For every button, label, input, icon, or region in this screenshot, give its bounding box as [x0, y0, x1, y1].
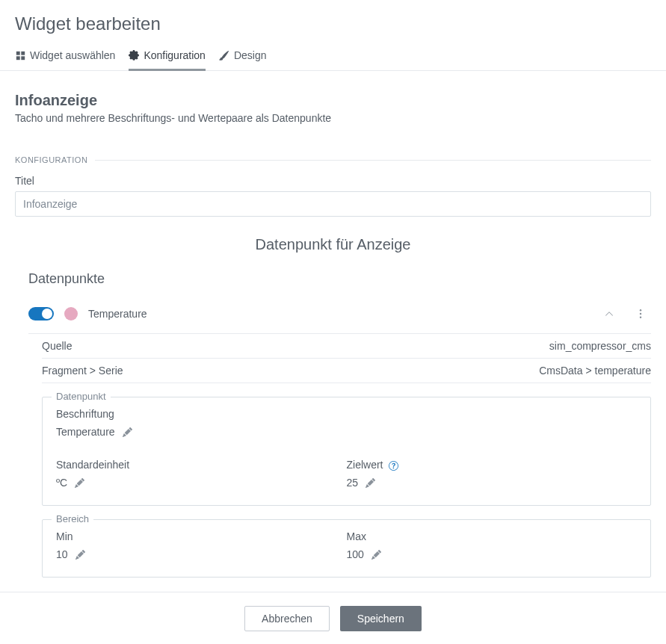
pencil-icon: [371, 550, 381, 560]
edit-unit-button[interactable]: [75, 478, 84, 488]
unit-label: Standardeinheit: [56, 459, 347, 471]
source-row: Quelle sim_compressor_cms: [42, 334, 651, 359]
svg-rect-2: [16, 56, 19, 60]
page-title: Widget bearbeiten: [0, 0, 666, 43]
edit-target-button[interactable]: [366, 478, 375, 488]
tabs: Widget auswählen Konfiguration Design: [0, 43, 666, 71]
source-label: Quelle: [42, 340, 72, 352]
tab-label: Design: [234, 49, 267, 61]
target-value: 25: [347, 477, 359, 489]
widget-description: Tacho und mehrere Beschriftungs- und Wer…: [15, 112, 651, 124]
max-value: 100: [347, 548, 364, 560]
title-field-label: Titel: [15, 175, 651, 187]
datapoint-toggle[interactable]: [28, 307, 54, 321]
svg-point-5: [640, 313, 641, 315]
svg-rect-0: [16, 51, 19, 55]
footer: Abbrechen Speichern: [0, 592, 666, 644]
datapoint-fieldset: Datenpunkt Beschriftung Temperature Stan…: [42, 397, 651, 506]
fragment-row: Fragment > Serie CmsData > temperature: [42, 359, 651, 383]
svg-rect-1: [21, 51, 25, 55]
info-icon[interactable]: [389, 461, 398, 471]
range-fieldset: Bereich Min 10 Max 1: [42, 519, 651, 578]
tab-design[interactable]: Design: [219, 43, 267, 71]
fragment-value: CmsData > temperature: [539, 365, 651, 377]
min-label: Min: [56, 530, 347, 542]
more-options-button[interactable]: [630, 303, 651, 324]
gauge-section-title: Datenpunkt für Anzeige: [15, 236, 651, 253]
datapoint-card: Temperature Quelle sim_compressor_cms Fr…: [28, 297, 651, 578]
gear-icon: [129, 50, 139, 61]
brush-icon: [219, 50, 229, 61]
caption-label: Beschriftung: [56, 408, 637, 420]
tab-label: Konfiguration: [144, 49, 206, 61]
tab-widget-select[interactable]: Widget auswählen: [15, 43, 115, 71]
datapoint-body: Quelle sim_compressor_cms Fragment > Ser…: [28, 334, 651, 578]
pencil-icon: [75, 550, 85, 560]
pencil-icon: [75, 478, 84, 488]
config-section-label: KONFIGURATION: [15, 155, 87, 164]
edit-max-button[interactable]: [371, 550, 381, 560]
caption-value: Temperature: [56, 426, 115, 438]
target-label: Zielwert: [347, 459, 638, 471]
range-fieldset-legend: Bereich: [52, 513, 93, 524]
edit-min-button[interactable]: [75, 550, 85, 560]
unit-value: ºC: [56, 477, 67, 489]
cancel-button[interactable]: Abbrechen: [244, 606, 330, 631]
collapse-button[interactable]: [599, 303, 620, 324]
tab-label: Widget auswählen: [30, 49, 115, 61]
max-label: Max: [347, 530, 638, 542]
datapoint-title: Temperature: [88, 308, 588, 320]
svg-point-6: [640, 317, 641, 318]
datapoint-color-dot[interactable]: [64, 307, 78, 321]
source-value: sim_compressor_cms: [549, 340, 651, 352]
save-button[interactable]: Speichern: [340, 606, 422, 631]
content-area: Infoanzeige Tacho und mehrere Beschriftu…: [0, 71, 666, 579]
svg-point-4: [640, 309, 641, 311]
pencil-icon: [123, 427, 132, 437]
divider: [95, 160, 651, 161]
widget-name: Infoanzeige: [15, 92, 651, 109]
pencil-icon: [366, 478, 375, 488]
datapoint-header-row: Temperature: [28, 297, 651, 334]
more-vertical-icon: [635, 309, 646, 319]
datapoints-heading: Datenpunkte: [28, 271, 651, 287]
title-input[interactable]: [15, 191, 651, 217]
grid-icon: [15, 50, 25, 61]
fragment-label: Fragment > Serie: [42, 365, 123, 377]
datapoint-fieldset-legend: Datenpunkt: [52, 391, 111, 402]
edit-caption-button[interactable]: [123, 427, 132, 437]
tab-configuration[interactable]: Konfiguration: [129, 43, 206, 71]
chevron-up-icon: [605, 309, 614, 318]
min-value: 10: [56, 548, 68, 560]
svg-rect-3: [21, 56, 25, 60]
